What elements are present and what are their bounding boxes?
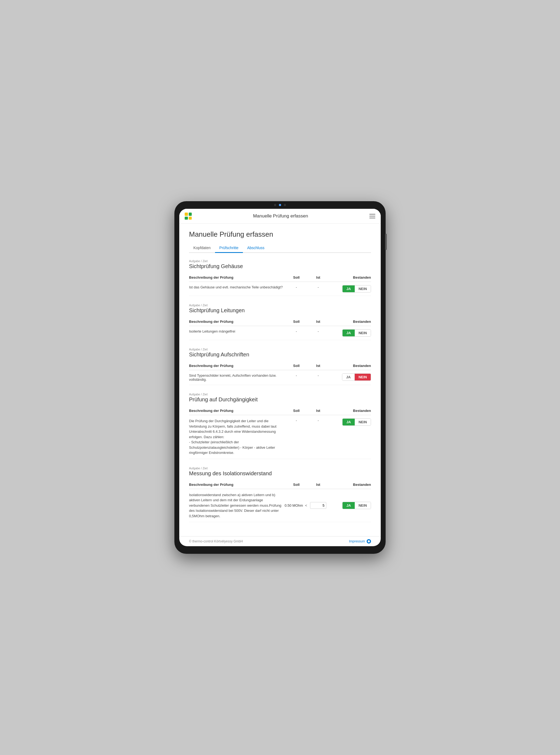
beschreibung-4-1: Die Prüfung der Durchgängigkeit der Leit…	[189, 415, 283, 459]
bestanden-1-1: JA NEIN	[327, 282, 371, 296]
btn-ja-3-1[interactable]: JA	[342, 374, 355, 380]
soll-5-1: 0.50 MOhm <	[283, 489, 309, 522]
beschreibung-2-1: Isolierte Leitungen mängelfrei	[189, 326, 283, 340]
section-messung-isolationswiderstand: Aufgabe / Ziel: Messung des Isolationswi…	[189, 466, 371, 522]
beschreibung-5-1: Isolationswiderstand zwischen a) aktiven…	[189, 489, 283, 522]
section-title-4: Prüfung auf Durchgängigkeit	[189, 396, 371, 403]
ja-nein-group-1-1: JA NEIN	[342, 285, 371, 293]
screen: Manuelle Prüfung erfassen Manuelle Prüfu…	[179, 209, 381, 546]
col-header-soll-1: Soll	[283, 273, 309, 282]
col-header-bestanden-5: Bestanden	[327, 480, 371, 489]
table-row: Isolationswiderstand zwischen a) aktiven…	[189, 489, 371, 522]
device-notch	[274, 204, 286, 206]
section-label-2: Aufgabe / Ziel:	[189, 303, 371, 307]
btn-nein-5-1[interactable]: NEIN	[355, 502, 371, 509]
btn-ja-5-1[interactable]: JA	[343, 502, 355, 509]
bestanden-3-1: JA NEIN	[327, 370, 371, 385]
btn-nein-2-1[interactable]: NEIN	[355, 330, 371, 336]
section-sichtpruefung-aufschriften: Aufgabe / Ziel: Sichtprüfung Aufschrifte…	[189, 348, 371, 385]
tab-kopfdaten[interactable]: Kopfdaten	[189, 243, 215, 253]
logo-cell-2	[189, 213, 192, 216]
camera-dot-center	[279, 204, 281, 206]
svg-point-0	[368, 540, 370, 542]
col-header-ist-5: Ist	[309, 480, 327, 489]
bestanden-5-1: JA NEIN	[327, 489, 371, 522]
btn-ja-2-1[interactable]: JA	[343, 330, 355, 336]
footer-copyright: © thermo-control Körtvélyessy GmbH	[189, 539, 243, 543]
tabs: Kopfdaten Prüfschritte Abschluss	[189, 243, 371, 253]
footer: © thermo-control Körtvélyessy GmbH Impre…	[179, 536, 381, 546]
btn-nein-3-1[interactable]: NEIN	[355, 374, 371, 380]
table-2: Beschreibung der Prüfung Soll Ist Bestan…	[189, 317, 371, 340]
footer-circle-icon	[367, 539, 371, 543]
section-label-5: Aufgabe / Ziel:	[189, 466, 371, 470]
hamburger-line-1	[369, 214, 375, 215]
page-title: Manuelle Prüfung erfassen	[189, 230, 371, 239]
bestanden-2-1: JA NEIN	[327, 326, 371, 340]
bestanden-4-1: JA NEIN	[327, 415, 371, 459]
tablet-device: Manuelle Prüfung erfassen Manuelle Prüfu…	[174, 201, 386, 554]
btn-ja-4-1[interactable]: JA	[343, 419, 355, 425]
table-5: Beschreibung der Prüfung Soll Ist Bestan…	[189, 480, 371, 522]
footer-right: Impressum	[349, 539, 371, 543]
top-bar-title: Manuelle Prüfung erfassen	[253, 213, 308, 219]
footer-icon-svg	[367, 540, 370, 543]
hamburger-menu[interactable]	[369, 214, 375, 218]
section-pruefung-durchgaengigkeit: Aufgabe / Ziel: Prüfung auf Durchgängigk…	[189, 393, 371, 459]
tab-abschluss[interactable]: Abschluss	[243, 243, 269, 253]
table-row: Sind Typenschilder korrekt, Aufschriften…	[189, 370, 371, 385]
section-label-3: Aufgabe / Ziel:	[189, 348, 371, 351]
col-header-ist-4: Ist	[309, 406, 327, 415]
col-header-beschreibung-5: Beschreibung der Prüfung	[189, 480, 283, 489]
table-header-row-4: Beschreibung der Prüfung Soll Ist Bestan…	[189, 406, 371, 415]
ja-nein-group-2-1: JA NEIN	[342, 329, 371, 337]
soll-1-1: -	[283, 282, 309, 296]
col-header-ist-1: Ist	[309, 273, 327, 282]
table-row: Isolierte Leitungen mängelfrei - - JA NE…	[189, 326, 371, 340]
col-header-ist-3: Ist	[309, 361, 327, 370]
ja-nein-group-5-1: JA NEIN	[342, 502, 371, 509]
col-header-bestanden-2: Bestanden	[327, 317, 371, 326]
ist-5-1[interactable]	[309, 489, 327, 522]
beschreibung-3-1: Sind Typenschilder korrekt, Aufschriften…	[189, 370, 283, 385]
table-header-row-3: Beschreibung der Prüfung Soll Ist Bestan…	[189, 361, 371, 370]
col-header-beschreibung-2: Beschreibung der Prüfung	[189, 317, 283, 326]
soll-4-1: -	[283, 415, 309, 459]
section-title-3: Sichtprüfung Aufschriften	[189, 352, 371, 358]
soll-3-1: -	[283, 370, 309, 385]
logo-cell-3	[185, 217, 188, 220]
main-content: Manuelle Prüfung erfassen Kopfdaten Prüf…	[179, 224, 381, 536]
col-header-ist-2: Ist	[309, 317, 327, 326]
btn-nein-1-1[interactable]: NEIN	[355, 285, 371, 292]
ja-nein-group-4-1: JA NEIN	[342, 418, 371, 426]
col-header-bestanden-4: Bestanden	[327, 406, 371, 415]
ja-nein-group-3-1: JA NEIN	[342, 374, 371, 381]
btn-ja-1-1[interactable]: JA	[343, 285, 355, 292]
beschreibung-1-1: Ist das Gehäuse und evtl. mechanische Te…	[189, 282, 283, 296]
ist-4-1: -	[309, 415, 327, 459]
btn-nein-4-1[interactable]: NEIN	[355, 419, 371, 425]
soll-2-1: -	[283, 326, 309, 340]
table-row: Ist das Gehäuse und evtl. mechanische Te…	[189, 282, 371, 296]
section-label-1: Aufgabe / Ziel:	[189, 259, 371, 263]
soll-value-5-1: 0.50 MOhm	[285, 503, 303, 508]
footer-impressum-link[interactable]: Impressum	[349, 539, 365, 543]
table-header-row-1: Beschreibung der Prüfung Soll Ist Bestan…	[189, 273, 371, 282]
table-header-row-2: Beschreibung der Prüfung Soll Ist Bestan…	[189, 317, 371, 326]
col-header-bestanden-3: Bestanden	[327, 361, 371, 370]
col-header-beschreibung-3: Beschreibung der Prüfung	[189, 361, 283, 370]
table-3: Beschreibung der Prüfung Soll Ist Bestan…	[189, 361, 371, 385]
col-header-soll-5: Soll	[283, 480, 309, 489]
camera-dot-right	[284, 204, 286, 206]
ist-input-5-1[interactable]	[310, 502, 326, 509]
col-header-soll-2: Soll	[283, 317, 309, 326]
table-1: Beschreibung der Prüfung Soll Ist Bestan…	[189, 273, 371, 296]
tab-pruefschritte[interactable]: Prüfschritte	[215, 243, 243, 253]
section-sichtpruefung-leitungen: Aufgabe / Ziel: Sichtprüfung Leitungen B…	[189, 303, 371, 340]
less-than-icon: <	[305, 503, 307, 508]
section-title-5: Messung des Isolationswiderstand	[189, 470, 371, 477]
col-header-bestanden-1: Bestanden	[327, 273, 371, 282]
camera-dot-left	[274, 204, 276, 206]
table-header-row-5: Beschreibung der Prüfung Soll Ist Bestan…	[189, 480, 371, 489]
section-title-2: Sichtprüfung Leitungen	[189, 307, 371, 314]
